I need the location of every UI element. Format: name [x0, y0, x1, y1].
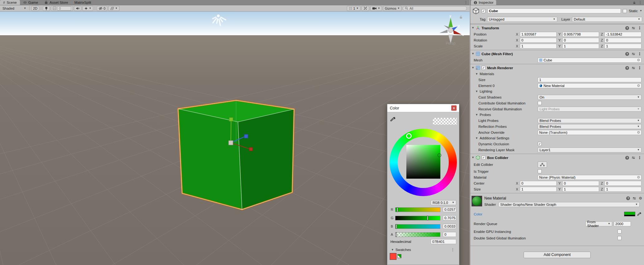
scene-visibility-toggle[interactable]: 0	[97, 6, 107, 11]
help-icon[interactable]: ?	[625, 26, 629, 30]
active-checkbox[interactable]: ✓	[482, 9, 486, 13]
tool-settings-button[interactable]	[361, 6, 369, 11]
swatches-menu-kebab-icon[interactable]: ⋮	[451, 248, 455, 252]
center-x-field[interactable]: 0	[520, 181, 557, 186]
saturation-value-picker[interactable]	[406, 145, 440, 179]
help-icon[interactable]: ?	[626, 196, 630, 200]
camera-settings-dropdown[interactable]: ▼	[370, 6, 382, 11]
component-menu-kebab-icon[interactable]: ⋮	[638, 26, 642, 30]
edit-collider-button[interactable]	[538, 161, 547, 168]
presets-icon[interactable]	[632, 52, 635, 56]
position-y-field[interactable]: 0.9057798	[562, 32, 599, 37]
gpu-instancing-checkbox[interactable]	[617, 229, 622, 234]
lighting-toggle-button[interactable]	[43, 6, 50, 11]
mesh-renderer-enabled-checkbox[interactable]: ✓	[482, 66, 486, 70]
position-x-field[interactable]: 1.920587	[520, 32, 557, 37]
reflection-probes-dropdown[interactable]: Blend Probes▼	[538, 124, 642, 129]
green-slider-handle[interactable]	[427, 216, 428, 220]
center-z-field[interactable]: 0	[604, 181, 642, 186]
scale-y-field[interactable]: 1	[562, 44, 599, 49]
materials-size-field[interactable]: 1	[538, 77, 642, 82]
collider-size-z-field[interactable]: 1	[604, 187, 642, 192]
mesh-object-field[interactable]: Cube ⊙	[538, 58, 642, 63]
toggle-2d-button[interactable]: 2D	[31, 6, 39, 11]
layer-dropdown[interactable]: Default ▼	[572, 17, 642, 22]
double-sided-gi-checkbox[interactable]	[617, 236, 622, 240]
projection-label[interactable]: Persp	[435, 41, 466, 46]
blue-slider-handle[interactable]	[396, 224, 397, 229]
lock-icon[interactable]	[633, 1, 636, 4]
foldout-triangle-icon[interactable]: ▼	[472, 66, 474, 69]
component-menu-kebab-icon[interactable]: ⋮	[638, 52, 642, 56]
tab-asset-store[interactable]: Asset Store	[41, 0, 71, 5]
object-picker-icon[interactable]: ⊙	[637, 176, 640, 179]
swatch-red[interactable]	[390, 253, 396, 260]
green-value-field[interactable]: 0.7075	[443, 215, 456, 220]
grid-visibility-dropdown[interactable]: ▼	[108, 6, 119, 11]
scale-x-field[interactable]: 1	[520, 44, 557, 49]
scale-z-field[interactable]: 1	[604, 44, 642, 49]
hex-input[interactable]: 07B401	[431, 239, 456, 244]
x-axis-cone[interactable]	[453, 30, 462, 35]
red-slider[interactable]	[395, 207, 440, 212]
collider-size-x-field[interactable]: 1	[520, 187, 557, 192]
tab-matrixsplit[interactable]: MatrixSplit	[71, 0, 94, 5]
y-axis-cone[interactable]	[448, 18, 453, 27]
help-icon[interactable]: ?	[625, 156, 629, 160]
scene-search-input[interactable]: All	[403, 6, 467, 11]
color-window-titlebar[interactable]: Color x	[387, 104, 459, 112]
rotation-y-field[interactable]: 0	[562, 38, 599, 43]
audio-toggle-button[interactable]	[74, 6, 81, 11]
tab-game[interactable]: Game	[20, 0, 41, 5]
additional-settings-foldout[interactable]: ▼ Additional Settings	[470, 136, 644, 141]
snap-increment-dropdown[interactable]: 1 ▼	[347, 6, 361, 11]
foldout-triangle-icon[interactable]: ▼	[472, 52, 474, 55]
exposure-control[interactable]: 0	[51, 6, 73, 11]
presets-icon[interactable]	[632, 156, 635, 160]
presets-icon[interactable]	[632, 26, 635, 30]
physic-material-object-field[interactable]: None (Physic Material)⊙	[538, 175, 642, 180]
alpha-slider-handle[interactable]	[396, 232, 397, 237]
cast-shadows-dropdown[interactable]: On▼	[538, 95, 642, 100]
materials-foldout[interactable]: ▼ Materials	[470, 71, 644, 76]
swatch-green[interactable]	[397, 254, 401, 258]
foldout-triangle-icon[interactable]: ▼	[472, 156, 474, 159]
static-checkbox[interactable]	[623, 9, 627, 13]
dynamic-occlusion-checkbox[interactable]: ✓	[538, 142, 542, 146]
gear-icon[interactable]: ⚙	[639, 196, 642, 200]
element0-object-field[interactable]: New Material ⊙	[538, 83, 642, 88]
blue-value-field[interactable]: 0.0033	[443, 224, 456, 229]
gizmo-lock-icon[interactable]	[459, 15, 463, 19]
lighting-foldout[interactable]: ▼ Lighting	[470, 89, 644, 94]
tab-scene[interactable]: # Scene	[0, 0, 20, 5]
help-icon[interactable]: ?	[625, 66, 629, 70]
gizmos-dropdown[interactable]: Gizmos ▼	[383, 6, 402, 11]
alpha-slider[interactable]	[395, 232, 440, 237]
scale-handle-center[interactable]	[229, 141, 233, 145]
object-picker-icon[interactable]: ⊙	[637, 84, 640, 87]
red-value-field[interactable]: 0.0257	[443, 207, 456, 212]
render-queue-value-field[interactable]: 2000	[614, 221, 631, 226]
shader-dropdown[interactable]: Shader Graphs/New Shader Graph ▼	[498, 202, 640, 207]
center-y-field[interactable]: 0	[562, 181, 599, 186]
green-slider[interactable]	[395, 216, 440, 220]
scale-handle-z[interactable]	[244, 134, 248, 138]
anchor-override-object-field[interactable]: None (Transform)⊙	[538, 130, 642, 135]
scale-handle-x[interactable]	[249, 147, 253, 151]
light-probes-dropdown[interactable]: Blend Probes▼	[538, 118, 642, 123]
object-picker-icon[interactable]: ⊙	[637, 58, 640, 62]
render-queue-mode-dropdown[interactable]: From Shader ▼	[585, 221, 612, 226]
help-icon[interactable]: ?	[625, 52, 629, 56]
alpha-value-field[interactable]: 0	[443, 232, 456, 237]
rendering-layer-mask-dropdown[interactable]: Layer1▼	[538, 147, 642, 152]
component-menu-kebab-icon[interactable]: ⋮	[638, 66, 642, 70]
component-menu-kebab-icon[interactable]: ⋮	[638, 156, 642, 160]
tab-inspector[interactable]: Inspector	[471, 0, 496, 5]
rotation-z-field[interactable]: 0	[604, 38, 642, 43]
cube-object[interactable]	[178, 100, 294, 210]
swatches-foldout[interactable]: ▼ Swatches	[391, 248, 411, 252]
material-preview-sphere[interactable]	[472, 196, 482, 206]
hue-handle[interactable]	[406, 133, 412, 139]
object-picker-icon[interactable]: ⊙	[637, 131, 640, 134]
collider-size-y-field[interactable]: 1	[562, 187, 599, 192]
